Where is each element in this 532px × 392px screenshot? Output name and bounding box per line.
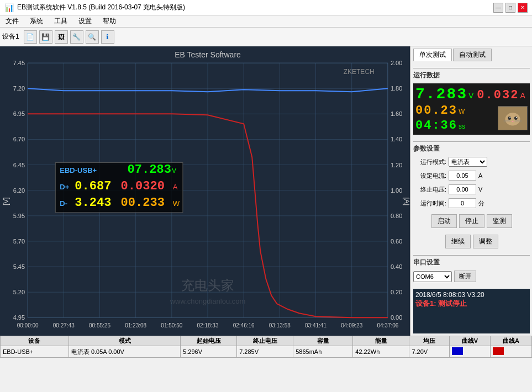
image-button[interactable]: 🖼	[55, 30, 68, 44]
mode-select[interactable]: 电流表 恒流	[449, 157, 487, 167]
col-avg-volt: 均压	[409, 336, 450, 346]
svg-text:D-: D-	[60, 199, 67, 208]
svg-text:0.60: 0.60	[391, 238, 402, 245]
data-table: 设备 模式 起始电压 终止电压 容量 能量 均压 曲线V 曲线A EBD-USB…	[0, 336, 532, 358]
svg-text:0.00: 0.00	[391, 314, 402, 321]
svg-text:07.283: 07.283	[128, 163, 171, 177]
svg-text:2.00: 2.00	[391, 60, 402, 66]
time-unit-label: 分	[478, 199, 484, 208]
svg-text:EB Tester Software: EB Tester Software	[175, 50, 241, 59]
svg-text:01:23:08: 01:23:08	[125, 322, 146, 329]
svg-point-80	[514, 116, 518, 120]
svg-text:01:50:50: 01:50:50	[161, 322, 182, 329]
menu-tools[interactable]: 工具	[51, 16, 71, 27]
col-device: 设备	[1, 336, 69, 346]
tab-single[interactable]: 单次测试	[413, 49, 452, 61]
svg-text:6.70: 6.70	[13, 136, 25, 142]
serial-port-row: COM6 COM1 COM2 COM3 COM4 COM5 断开	[413, 271, 530, 282]
table-row: EBD-USB+ 电流表 0.05A 0.00V 5.296V 7.285V 5…	[1, 346, 532, 358]
search-button[interactable]: 🔍	[86, 30, 99, 44]
svg-point-81	[509, 117, 510, 118]
settings-button[interactable]: 🔧	[70, 30, 83, 44]
time-input[interactable]	[449, 198, 476, 208]
svg-text:0.40: 0.40	[391, 263, 402, 270]
serial-port-title: 串口设置	[413, 255, 530, 267]
menu-bar: 文件 系统 工具 设置 帮助	[0, 15, 532, 28]
svg-text:00:00:00: 00:00:00	[17, 322, 39, 329]
menu-settings[interactable]: 设置	[75, 16, 95, 27]
col-energy: 能量	[353, 336, 409, 346]
menu-help[interactable]: 帮助	[99, 16, 119, 27]
param-settings-title: 参数设置	[413, 141, 530, 153]
svg-text:V: V	[172, 166, 177, 174]
cell-avg-volt: 7.20V	[409, 346, 450, 358]
svg-text:0.687: 0.687	[75, 179, 111, 193]
svg-text:00:27:43: 00:27:43	[53, 322, 75, 329]
svg-text:[V]: [V]	[2, 197, 10, 205]
volt-row: 终止电压: V	[413, 184, 530, 194]
disconnect-button[interactable]: 断开	[454, 271, 476, 282]
continue-button[interactable]: 继续	[445, 235, 471, 248]
adjust-button[interactable]: 调整	[473, 235, 498, 248]
close-button[interactable]: ✕	[518, 3, 528, 13]
voltage-unit: V	[468, 91, 473, 100]
svg-text:1.60: 1.60	[391, 110, 402, 117]
svg-text:4.95: 4.95	[13, 314, 25, 321]
serial-port-select[interactable]: COM6 COM1 COM2 COM3 COM4 COM5	[413, 271, 452, 282]
tab-auto[interactable]: 自动测试	[453, 49, 492, 61]
svg-text:[A]: [A]	[403, 197, 410, 205]
svg-text:5.70: 5.70	[13, 238, 25, 245]
mode-label: 运行模式:	[413, 158, 446, 166]
svg-text:00:55:25: 00:55:25	[89, 322, 110, 329]
info-button[interactable]: ℹ	[101, 30, 114, 44]
current-display: 0.032	[477, 88, 519, 102]
current-label: 设定电流:	[413, 172, 446, 180]
voltage-display: 7.283	[415, 86, 467, 103]
tab-bar: 单次测试 自动测试	[413, 49, 530, 61]
svg-text:02:18:33: 02:18:33	[197, 322, 219, 329]
watt-unit: W	[459, 108, 465, 115]
svg-text:03:41:41: 03:41:41	[305, 322, 326, 329]
new-button[interactable]: 📄	[24, 30, 37, 44]
monitor-button[interactable]: 监测	[487, 214, 512, 228]
current-input[interactable]	[449, 171, 476, 181]
svg-point-82	[516, 117, 517, 118]
current-row: 设定电流: A	[413, 171, 530, 181]
svg-text:7.45: 7.45	[13, 60, 25, 66]
current-unit: A	[520, 91, 525, 100]
volt-unit: V	[478, 186, 482, 193]
maximize-button[interactable]: □	[505, 3, 515, 13]
col-end-volt: 终止电压	[237, 336, 293, 346]
stop-button[interactable]: 停止	[459, 214, 484, 228]
svg-text:1.00: 1.00	[391, 187, 402, 194]
control-buttons-row2: 继续 调整	[413, 235, 530, 248]
save-button[interactable]: 💾	[39, 30, 52, 44]
svg-text:D+: D+	[60, 183, 69, 191]
time-label: 运行时间:	[413, 199, 446, 208]
mode-row: 运行模式: 电流表 恒流	[413, 157, 530, 167]
svg-point-76	[505, 113, 520, 125]
curve-a-swatch	[493, 347, 504, 355]
right-panel: 单次测试 自动测试 运行数据 7.283 V 0.032 A 00.23 W	[410, 46, 532, 336]
svg-text:0.0320: 0.0320	[121, 179, 165, 193]
menu-system[interactable]: 系统	[27, 16, 46, 27]
running-data-display: 7.283 V 0.032 A 00.23 W 04:36 ss	[413, 83, 530, 135]
svg-text:04:09:23: 04:09:23	[341, 322, 362, 329]
minimize-button[interactable]: —	[493, 3, 503, 13]
cell-device: EBD-USB+	[1, 346, 69, 358]
svg-text:6.95: 6.95	[13, 110, 25, 117]
svg-text:1.20: 1.20	[391, 162, 402, 168]
col-capacity: 容量	[293, 336, 353, 346]
menu-file[interactable]: 文件	[2, 16, 22, 27]
volt-input[interactable]	[449, 184, 476, 194]
start-button[interactable]: 启动	[431, 214, 457, 228]
svg-text:ZKETECH: ZKETECH	[344, 68, 375, 76]
watt-display: 00.23	[415, 104, 457, 118]
svg-text:00.233: 00.233	[121, 196, 165, 210]
svg-text:02:46:16: 02:46:16	[233, 322, 255, 329]
svg-text:6.20: 6.20	[13, 187, 25, 194]
control-buttons-row1: 启动 停止 监测	[413, 214, 530, 228]
svg-text:EBD-USB+: EBD-USB+	[60, 166, 97, 174]
svg-text:0.20: 0.20	[391, 289, 402, 295]
status-line1: 2018/6/5 8:08:03 V3.20	[415, 291, 528, 299]
